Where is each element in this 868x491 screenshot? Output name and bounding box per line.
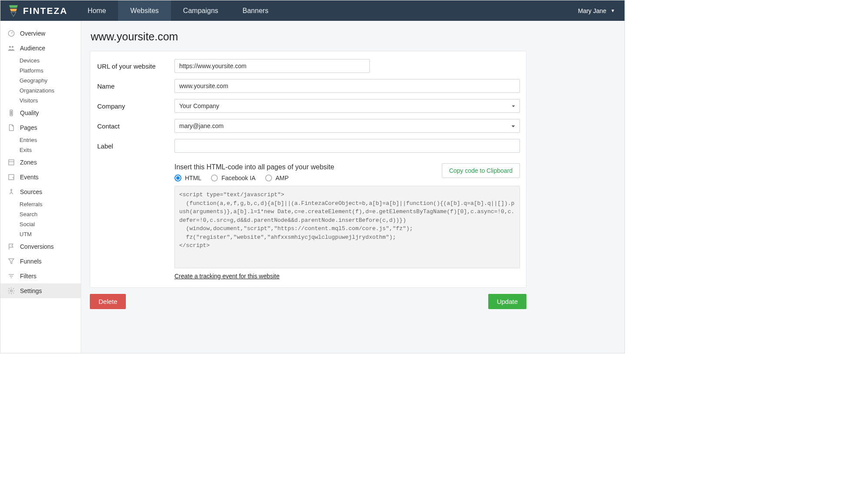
user-name: Mary Jane <box>578 7 606 14</box>
logo-icon <box>8 4 23 17</box>
label-input[interactable] <box>174 139 520 153</box>
nav-campaigns[interactable]: Campaigns <box>171 0 230 21</box>
sidebar-item-label: Events <box>20 174 39 181</box>
traffic-icon <box>7 109 16 117</box>
sidebar-item-filters[interactable]: Filters <box>0 269 81 283</box>
sidebar-item-label: Zones <box>20 159 37 166</box>
sidebar-item-conversions[interactable]: Conversions <box>0 239 81 254</box>
sidebar-sub-referrals[interactable]: Referrals <box>0 199 81 209</box>
sidebar-item-label: Overview <box>20 30 45 37</box>
contact-label: Contact <box>96 122 174 130</box>
svg-point-4 <box>11 111 12 112</box>
company-label: Company <box>96 102 174 110</box>
radio-dot-icon <box>265 175 272 181</box>
create-tracking-link[interactable]: Create a tracking event for this website <box>174 273 279 280</box>
name-input[interactable] <box>174 79 520 93</box>
brand-logo[interactable]: FINTEZA <box>0 4 76 17</box>
sidebar: OverviewAudienceDevicesPlatformsGeograph… <box>0 21 81 353</box>
sidebar-sub-social[interactable]: Social <box>0 219 81 229</box>
label-label: Label <box>96 142 174 150</box>
filter-icon <box>7 272 16 280</box>
sidebar-item-label: Pages <box>20 124 37 131</box>
svg-point-14 <box>10 290 13 292</box>
sidebar-item-label: Conversions <box>20 243 54 250</box>
funnel-icon <box>7 257 16 266</box>
sidebar-item-events[interactable]: Events <box>0 170 81 185</box>
sidebar-item-zones[interactable]: Zones <box>0 155 81 170</box>
sidebar-sub-entries[interactable]: Entries <box>0 135 81 145</box>
sidebar-sub-devices[interactable]: Devices <box>0 56 81 66</box>
url-label: URL of your website <box>96 63 174 70</box>
sidebar-item-settings[interactable]: Settings <box>0 283 81 298</box>
company-select[interactable]: Your Company <box>174 99 520 113</box>
sidebar-item-overview[interactable]: Overview <box>0 26 81 41</box>
page-icon <box>7 123 16 132</box>
svg-point-10 <box>11 189 12 191</box>
sidebar-item-sources[interactable]: Sources <box>0 185 81 199</box>
nav-banners[interactable]: Banners <box>230 0 281 21</box>
sidebar-sub-utm[interactable]: UTM <box>0 229 81 239</box>
svg-rect-7 <box>9 160 14 165</box>
sidebar-sub-visitors[interactable]: Visitors <box>0 96 81 105</box>
sidebar-sub-exits[interactable]: Exits <box>0 145 81 155</box>
svg-rect-9 <box>9 175 14 180</box>
code-snippet-box[interactable]: <script type="text/javascript"> (functio… <box>174 186 520 268</box>
url-input[interactable] <box>174 59 370 73</box>
main-content: www.yoursite.com URL of your website Nam… <box>81 21 625 353</box>
sidebar-item-label: Audience <box>20 45 45 52</box>
svg-point-2 <box>12 46 14 48</box>
radio-dot-icon <box>211 175 218 181</box>
radio-html[interactable]: HTML <box>174 175 201 181</box>
sidebar-item-label: Sources <box>20 188 42 195</box>
delete-button[interactable]: Delete <box>90 294 126 309</box>
page-title: www.yoursite.com <box>91 30 625 43</box>
radio-facebook[interactable]: Facebook IA <box>211 175 256 181</box>
source-icon <box>7 188 16 196</box>
people-icon <box>7 44 16 53</box>
copy-code-button[interactable]: Copy code to Clipboard <box>442 163 520 178</box>
gear-icon <box>7 287 16 295</box>
sidebar-item-quality[interactable]: Quality <box>0 105 81 120</box>
sidebar-item-funnels[interactable]: Funnels <box>0 254 81 269</box>
brand-text: FINTEZA <box>23 6 68 16</box>
event-icon <box>7 173 16 181</box>
code-instruction: Insert this HTML-code into all pages of … <box>174 163 334 171</box>
sidebar-item-audience[interactable]: Audience <box>0 41 81 56</box>
sidebar-item-label: Filters <box>20 273 36 280</box>
sidebar-item-label: Settings <box>20 287 42 294</box>
sidebar-item-pages[interactable]: Pages <box>0 120 81 135</box>
nav-home[interactable]: Home <box>76 0 118 21</box>
contact-select[interactable]: mary@jane.com <box>174 119 520 133</box>
code-format-radios: HTML Facebook IA AMP <box>174 175 334 181</box>
zone-icon <box>7 158 16 167</box>
nav-websites[interactable]: Websites <box>118 0 171 21</box>
svg-point-1 <box>9 46 11 48</box>
sidebar-sub-platforms[interactable]: Platforms <box>0 66 81 76</box>
flag-icon <box>7 242 16 251</box>
user-menu[interactable]: Mary Jane ▼ <box>569 7 625 14</box>
top-header: FINTEZA Home Websites Campaigns Banners … <box>0 0 625 21</box>
sidebar-sub-organizations[interactable]: Organizations <box>0 86 81 96</box>
sidebar-item-label: Quality <box>20 109 39 116</box>
update-button[interactable]: Update <box>488 294 526 309</box>
main-nav: Home Websites Campaigns Banners <box>76 0 281 21</box>
name-label: Name <box>96 82 174 90</box>
radio-amp[interactable]: AMP <box>265 175 289 181</box>
settings-card: URL of your website Name Company Your Co… <box>90 51 526 288</box>
gauge-icon <box>7 29 16 38</box>
radio-dot-icon <box>174 175 181 181</box>
svg-point-6 <box>11 114 12 115</box>
svg-point-5 <box>11 112 12 113</box>
sidebar-sub-geography[interactable]: Geography <box>0 76 81 86</box>
sidebar-item-label: Funnels <box>20 258 42 265</box>
chevron-down-icon: ▼ <box>611 8 615 13</box>
sidebar-sub-search[interactable]: Search <box>0 209 81 219</box>
